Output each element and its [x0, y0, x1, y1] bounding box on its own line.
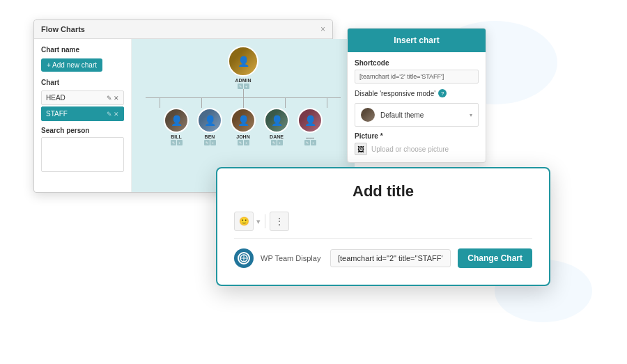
chevron-down-icon: ▾: [470, 112, 472, 118]
search-person-box[interactable]: [41, 137, 124, 172]
org-icon-1-1: ✎: [171, 140, 176, 145]
org-node-4: 👤 DANE ✎ +: [264, 108, 289, 145]
picture-row: 🖼 Upload or choose picture: [355, 143, 479, 155]
org-icon-2-1: ✎: [204, 140, 210, 145]
wp-logo-svg: [240, 254, 248, 262]
org-avatar-bill: 👤: [164, 108, 189, 133]
chart-section-label: Chart: [41, 79, 124, 86]
window-titlebar: Flow Charts ×: [34, 20, 332, 39]
edit-icon: ✎: [107, 95, 112, 102]
wp-plugin-label: WP Team Display: [261, 254, 323, 262]
dialog-content-row: WP Team Display Change Chart: [234, 248, 532, 268]
chart-item-head-icons: ✎ ✕: [107, 95, 119, 102]
theme-select-text: Default theme: [380, 111, 464, 119]
delete-icon: ✕: [114, 95, 119, 102]
org-icons-3: ✎ +: [238, 140, 249, 145]
org-icons-1: ✎ +: [171, 140, 183, 145]
org-bottom-row: 👤 BILL ✎ + 👤 BEN ✎: [162, 108, 325, 145]
window-title: Flow Charts: [41, 25, 85, 33]
toolbar-arrow: ▾: [256, 217, 261, 226]
connector-d-4: [285, 98, 286, 108]
org-avatar-ben: 👤: [197, 108, 222, 133]
org-icons-5: ✎ +: [304, 140, 316, 145]
org-node-5: 👤 ...... ✎ +: [297, 108, 323, 145]
org-avatar-dane: 👤: [264, 108, 289, 133]
dialog-toolbar: 🙂 ▾ ⋮: [234, 212, 532, 239]
avatar-face-3: 👤: [199, 109, 221, 132]
connector-d-5: [327, 98, 327, 108]
responsive-label: Disable 'responsive mode': [355, 90, 435, 97]
org-icon-1-2: +: [177, 140, 183, 145]
org-icon-5-2: +: [311, 140, 316, 145]
org-top-row: 👤 ADMIN ✎ +: [226, 46, 261, 89]
help-icon: ?: [438, 89, 447, 97]
org-icon-5-1: ✎: [304, 140, 310, 145]
org-node-1: 👤 BILL ✎ +: [164, 108, 189, 145]
change-chart-button[interactable]: Change Chart: [458, 248, 532, 268]
org-icon-3-1: ✎: [238, 140, 243, 145]
org-icon-4-1: ✎: [271, 140, 277, 145]
shortcode-input[interactable]: [teamchart id='2' title='STAFF']: [355, 70, 479, 84]
picture-upload-icon: 🖼: [355, 143, 367, 155]
chart-name-label: Chart name: [41, 46, 124, 54]
chart-item-staff-label: STAFF: [46, 110, 68, 118]
org-node-top: 👤 ADMIN ✎ +: [228, 46, 258, 89]
org-node-3: 👤 JOHN ✎ +: [231, 108, 256, 145]
connector-v-1: [243, 89, 244, 97]
picture-placeholder: Upload or choose picture: [371, 145, 449, 153]
org-icons-4: ✎ +: [271, 140, 283, 145]
theme-select[interactable]: Default theme ▾: [355, 103, 479, 127]
org-name-3: JOHN: [236, 134, 249, 139]
org-avatar-john: 👤: [231, 108, 256, 133]
add-title-dialog: Add title 🙂 ▾ ⋮ WP Team Display Change C…: [216, 167, 550, 286]
edit-icon-staff: ✎: [107, 111, 112, 118]
more-options-button[interactable]: ⋮: [270, 212, 289, 231]
avatar-face-2: 👤: [165, 109, 187, 132]
toolbar-separator: [265, 214, 265, 228]
insert-chart-panel: Insert chart Shortcode [teamchart id='2'…: [347, 28, 486, 163]
dialog-title: Add title: [234, 182, 532, 200]
wp-icon: [234, 248, 254, 268]
org-name-5: ......: [306, 134, 314, 139]
shortcode-label: Shortcode: [355, 59, 479, 67]
connector-d-2: [201, 98, 202, 108]
org-icon-4-2: +: [277, 140, 283, 145]
avatar-face-6: 👤: [299, 109, 321, 132]
chart-item-staff-icons: ✎ ✕: [107, 111, 119, 118]
org-icons-admin: ✎ +: [238, 84, 249, 89]
avatar-face-4: 👤: [232, 109, 254, 132]
insert-panel-body: Shortcode [teamchart id='2' title='STAFF…: [348, 52, 486, 162]
org-chart: 👤 ADMIN ✎ +: [139, 46, 348, 145]
bottom-connectors: [139, 98, 348, 108]
org-icon-1: ✎: [238, 84, 243, 89]
org-avatar-5: 👤: [297, 108, 323, 133]
org-name-2: BEN: [205, 134, 215, 139]
picture-label: Picture *: [355, 132, 479, 140]
org-avatar-admin: 👤: [228, 46, 258, 77]
connector-d-3: [243, 98, 244, 108]
dialog-shortcode-input[interactable]: [330, 249, 451, 267]
search-section-label: Search person: [41, 127, 124, 134]
connector-d-1: [160, 98, 160, 108]
responsive-toggle-row: Disable 'responsive mode' ?: [355, 89, 479, 97]
window-close-button[interactable]: ×: [320, 24, 325, 34]
avatar-face-5: 👤: [265, 109, 288, 132]
emoji-toolbar-button[interactable]: 🙂: [234, 212, 254, 231]
avatar-face: 👤: [229, 47, 257, 75]
org-name-1: BILL: [171, 134, 182, 139]
org-node-2: 👤 BEN ✎ +: [197, 108, 222, 145]
wp-icon-inner: [238, 252, 250, 264]
theme-avatar: [361, 108, 375, 122]
org-icon-2-2: +: [210, 140, 216, 145]
chart-item-head-label: HEAD: [46, 94, 65, 102]
window-sidebar: Chart name + Add new chart Chart HEAD ✎ …: [34, 39, 132, 192]
chart-item-staff[interactable]: STAFF ✎ ✕: [41, 106, 124, 121]
org-icon-2: +: [244, 84, 249, 89]
org-name-4: DANE: [270, 134, 284, 139]
org-icon-3-2: +: [244, 140, 249, 145]
insert-chart-button[interactable]: Insert chart: [348, 29, 486, 52]
chart-item-head[interactable]: HEAD ✎ ✕: [41, 90, 124, 105]
org-icons-2: ✎ +: [204, 140, 216, 145]
add-new-chart-button[interactable]: + Add new chart: [41, 58, 102, 72]
org-name-admin: ADMIN: [235, 78, 251, 83]
